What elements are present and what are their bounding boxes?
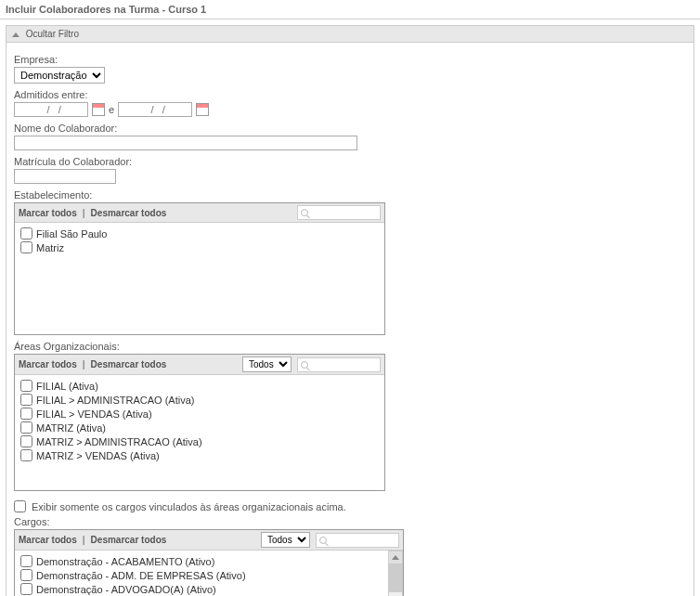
matricula-label: Matrícula do Colaborador:	[14, 156, 686, 167]
search-icon	[319, 537, 327, 544]
item-checkbox[interactable]	[20, 421, 32, 434]
item-checkbox[interactable]	[20, 408, 32, 420]
date-to-input[interactable]	[118, 102, 192, 117]
item-label: FILIAL (Ativa)	[36, 381, 98, 392]
item-label: Demonstração - ADM. DE EMPRESAS (Ativo)	[36, 570, 246, 581]
page-title: Incluir Colaboradores na Turma - Curso 1	[0, 0, 700, 19]
marcar-todos-link[interactable]: Marcar todos	[19, 535, 77, 545]
estabelecimento-list: Marcar todos | Desmarcar todos Filial Sã…	[14, 202, 385, 335]
list-item: FILIAL > ADMINISTRACAO (Ativa)	[20, 393, 379, 407]
search-icon	[301, 209, 308, 216]
areas-filter-select[interactable]: Todos	[242, 356, 292, 372]
cargos-label: Cargos:	[14, 516, 686, 527]
item-label: Demonstração - ADVOGADO(A) (Ativo)	[36, 584, 216, 595]
filter-toggle[interactable]: Ocultar Filtro	[6, 26, 694, 43]
item-checkbox[interactable]	[20, 227, 32, 240]
marcar-todos-link[interactable]: Marcar todos	[19, 208, 77, 218]
list-item: Demonstração - ADVOGADO(A) (Ativo)	[20, 582, 382, 596]
item-checkbox[interactable]	[20, 555, 32, 567]
nome-input[interactable]	[14, 136, 357, 150]
cargos-vinculados-label: Exibir somente os cargos vinculados às á…	[32, 501, 346, 512]
desmarcar-todos-link[interactable]: Desmarcar todos	[91, 535, 167, 545]
empresa-label: Empresa:	[14, 54, 686, 65]
nome-label: Nome do Colaborador:	[14, 123, 686, 134]
item-label: Matriz	[36, 242, 64, 253]
list-item: MATRIZ > VENDAS (Ativa)	[20, 448, 379, 462]
list-item: FILIAL > VENDAS (Ativa)	[20, 407, 379, 421]
cargos-list: Marcar todos | Desmarcar todos Todos Dem…	[14, 529, 404, 596]
item-checkbox[interactable]	[20, 380, 32, 392]
cargos-vinculados-checkbox[interactable]	[14, 500, 26, 512]
list-item: Matriz	[20, 240, 379, 254]
list-item: FILIAL (Ativa)	[20, 379, 379, 393]
calendar-icon[interactable]	[92, 103, 105, 116]
item-checkbox[interactable]	[20, 583, 32, 595]
areas-list: Marcar todos | Desmarcar todos Todos FIL…	[14, 354, 385, 491]
scroll-thumb[interactable]	[389, 564, 402, 592]
item-checkbox[interactable]	[20, 435, 32, 447]
calendar-icon[interactable]	[196, 103, 209, 116]
chevron-up-icon	[392, 555, 399, 560]
estabelecimento-label: Estabelecimento:	[14, 189, 686, 201]
list-item: MATRIZ > ADMINISTRACAO (Ativa)	[20, 434, 379, 448]
areas-search[interactable]	[297, 357, 381, 372]
filter-panel: Ocultar Filtro Empresa: Demonstração Adm…	[6, 25, 694, 596]
list-item: Demonstração - ACABAMENTO (Ativo)	[20, 554, 382, 568]
date-from-input[interactable]	[14, 102, 88, 117]
scrollbar[interactable]	[388, 551, 403, 596]
desmarcar-todos-link[interactable]: Desmarcar todos	[91, 359, 167, 369]
cargos-search[interactable]	[316, 533, 399, 548]
list-item: Demonstração - ADM. DE EMPRESAS (Ativo)	[20, 568, 382, 582]
item-label: MATRIZ > ADMINISTRACAO (Ativa)	[36, 436, 202, 447]
item-checkbox[interactable]	[20, 449, 32, 461]
admitidos-label: Admitidos entre:	[14, 89, 686, 100]
date-separator: e	[109, 104, 114, 115]
item-checkbox[interactable]	[20, 241, 32, 253]
empresa-select[interactable]: Demonstração	[14, 67, 105, 84]
marcar-todos-link[interactable]: Marcar todos	[19, 359, 77, 369]
desmarcar-todos-link[interactable]: Desmarcar todos	[91, 208, 167, 218]
matricula-input[interactable]	[14, 169, 116, 184]
list-item: Filial São Paulo	[20, 227, 379, 240]
item-label: MATRIZ > VENDAS (Ativa)	[36, 450, 160, 461]
scroll-up[interactable]	[389, 551, 402, 564]
list-item: MATRIZ (Ativa)	[20, 421, 379, 434]
item-label: Demonstração - ACABAMENTO (Ativo)	[36, 556, 214, 567]
item-checkbox[interactable]	[20, 569, 32, 581]
cargos-filter-select[interactable]: Todos	[261, 532, 310, 548]
estab-search[interactable]	[297, 205, 381, 220]
collapse-icon	[12, 32, 19, 37]
search-icon	[301, 361, 308, 369]
item-label: Filial São Paulo	[36, 228, 107, 240]
filter-toggle-label: Ocultar Filtro	[26, 29, 79, 39]
item-label: FILIAL > ADMINISTRACAO (Ativa)	[36, 395, 194, 406]
item-label: FILIAL > VENDAS (Ativa)	[36, 408, 152, 420]
item-checkbox[interactable]	[20, 394, 32, 406]
item-label: MATRIZ (Ativa)	[36, 422, 106, 434]
areas-label: Áreas Organizacionais:	[14, 341, 686, 352]
